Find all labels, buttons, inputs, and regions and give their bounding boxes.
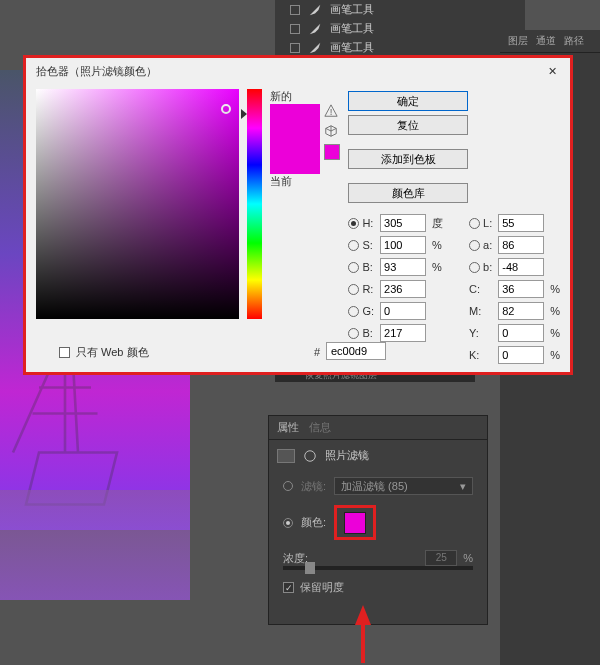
panel-title: 照片滤镜: [325, 448, 369, 463]
filter-dropdown[interactable]: 加温滤镜 (85)▾: [334, 477, 473, 495]
color-picker-dialog: 拾色器（照片滤镜颜色） ✕ 新的 ! 当前: [23, 55, 573, 375]
svg-point-1: [305, 450, 316, 461]
brush-icon: [308, 3, 322, 17]
chevron-down-icon: ▾: [460, 480, 466, 493]
rgb-b-input[interactable]: [380, 324, 426, 342]
preserve-label: 保留明度: [300, 580, 344, 595]
dialog-title: 拾色器（照片滤镜颜色）: [36, 64, 157, 79]
y-input[interactable]: [498, 324, 544, 342]
web-only-checkbox[interactable]: [59, 347, 70, 358]
tool-checkbox[interactable]: [290, 43, 300, 53]
adjustment-icon: [277, 449, 295, 463]
brush-icon: [308, 22, 322, 36]
m-input[interactable]: [498, 302, 544, 320]
preserve-checkbox[interactable]: ✓: [283, 582, 294, 593]
hue-pointer[interactable]: [241, 109, 247, 119]
c-input[interactable]: [498, 280, 544, 298]
brush-icon: [308, 41, 322, 55]
r-radio[interactable]: [348, 284, 359, 295]
tool-label: 画笔工具: [330, 2, 374, 17]
color-label: 颜色:: [301, 515, 326, 530]
a-radio[interactable]: [469, 240, 480, 251]
k-input[interactable]: [498, 346, 544, 364]
close-button[interactable]: ✕: [544, 63, 560, 79]
s-radio[interactable]: [348, 240, 359, 251]
color-library-button[interactable]: 颜色库: [348, 183, 468, 203]
filter-radio[interactable]: [283, 481, 293, 491]
tool-label: 画笔工具: [330, 21, 374, 36]
ok-button[interactable]: 确定: [348, 91, 468, 111]
g-input[interactable]: [380, 302, 426, 320]
lab-b-radio[interactable]: [469, 262, 480, 273]
new-color-swatch: [270, 104, 320, 139]
rgb-b-radio[interactable]: [348, 328, 359, 339]
density-unit: %: [463, 552, 473, 564]
new-color-label: 新的: [270, 89, 340, 104]
lab-b-input[interactable]: [498, 258, 544, 276]
hex-input[interactable]: [326, 342, 386, 360]
add-swatches-button[interactable]: 添加到色板: [348, 149, 468, 169]
brightness-input[interactable]: [380, 258, 426, 276]
tab-layers[interactable]: 图层: [508, 34, 528, 48]
color-field[interactable]: [36, 89, 239, 319]
tab-info[interactable]: 信息: [309, 420, 331, 435]
h-radio[interactable]: [348, 218, 359, 229]
h-input[interactable]: [380, 214, 426, 232]
water-reflection: [0, 490, 190, 600]
tool-checkbox[interactable]: [290, 24, 300, 34]
r-input[interactable]: [380, 280, 426, 298]
annotation-arrow-line: [361, 623, 365, 663]
l-radio[interactable]: [469, 218, 480, 229]
hue-slider[interactable]: [247, 89, 263, 319]
tab-properties[interactable]: 属性: [277, 420, 299, 435]
s-input[interactable]: [380, 236, 426, 254]
slider-handle[interactable]: [305, 562, 315, 574]
color-highlight: [334, 505, 376, 540]
l-input[interactable]: [498, 214, 544, 232]
properties-panel: 属性 信息 照片滤镜 滤镜: 加温滤镜 (85)▾ 颜色: 浓度: 25 %: [268, 415, 488, 625]
web-only-label: 只有 Web 颜色: [76, 345, 149, 360]
color-swatch[interactable]: [344, 512, 366, 534]
color-radio[interactable]: [283, 518, 293, 528]
density-slider[interactable]: [283, 566, 473, 570]
tab-paths[interactable]: 路径: [564, 34, 584, 48]
current-color-swatch: [270, 139, 320, 174]
reset-button[interactable]: 复位: [348, 115, 468, 135]
cube-icon[interactable]: [324, 124, 338, 138]
annotation-arrow: [355, 605, 371, 625]
photo-filter-icon: [303, 449, 317, 463]
tab-channels[interactable]: 通道: [536, 34, 556, 48]
tool-checkbox[interactable]: [290, 5, 300, 15]
a-input[interactable]: [498, 236, 544, 254]
tool-label: 画笔工具: [330, 40, 374, 55]
svg-text:!: !: [330, 106, 333, 117]
b-radio[interactable]: [348, 262, 359, 273]
current-color-label: 当前: [270, 174, 340, 189]
filter-label: 滤镜:: [301, 479, 326, 494]
small-swatch[interactable]: [324, 144, 340, 160]
g-radio[interactable]: [348, 306, 359, 317]
hash-label: #: [314, 346, 320, 358]
warning-icon[interactable]: !: [324, 104, 338, 118]
tool-options: 画笔工具 画笔工具 画笔工具: [275, 0, 525, 55]
color-field-cursor[interactable]: [221, 104, 231, 114]
density-value[interactable]: 25: [425, 550, 457, 566]
